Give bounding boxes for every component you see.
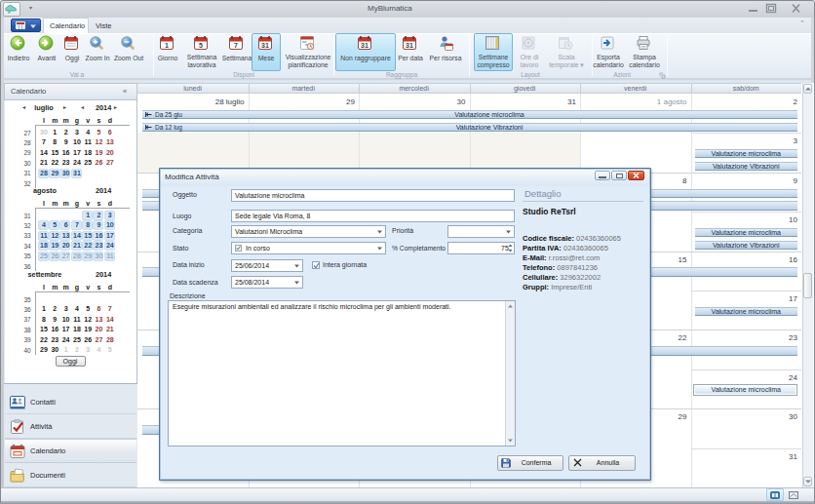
- svg-text:31: 31: [361, 42, 369, 49]
- svg-text:1: 1: [165, 42, 169, 49]
- svg-text:7: 7: [234, 42, 238, 49]
- svg-text:5: 5: [199, 42, 203, 49]
- svg-text:31: 31: [406, 42, 413, 49]
- svg-text:31: 31: [261, 42, 269, 49]
